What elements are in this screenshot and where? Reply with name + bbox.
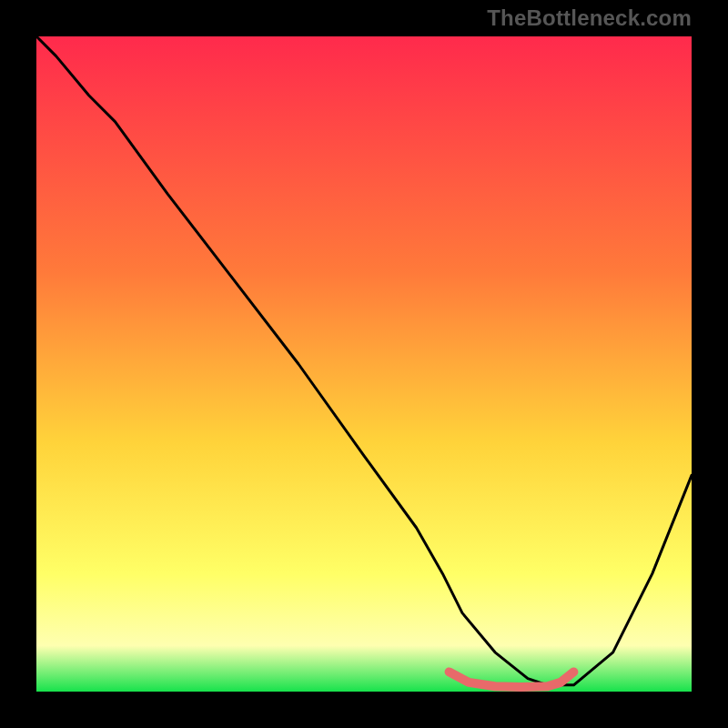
chart-frame: TheBottleneck.com [0,0,728,728]
chart-svg [36,36,692,692]
watermark-text: TheBottleneck.com [487,5,692,31]
gradient-background [36,36,692,692]
chart-plot-area [36,36,692,692]
